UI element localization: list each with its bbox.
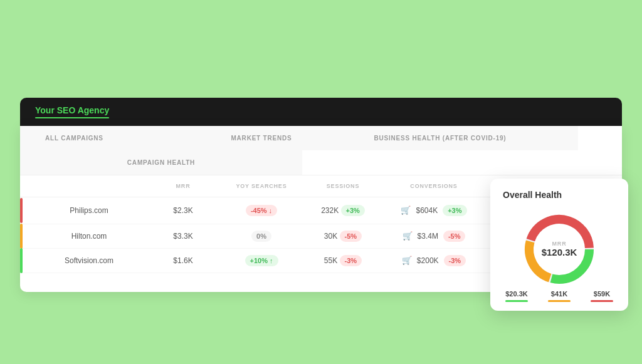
row-yoy: +10% ↑: [221, 255, 302, 266]
col-header-market-trends: MARKET TRENDS: [221, 126, 302, 150]
row-mrr: $1.6K: [145, 256, 221, 265]
brand-label: Your SEO Agency: [35, 105, 109, 118]
health-card: Overall Health MRR $120.3K $20.3K $41K $…: [490, 179, 628, 311]
row-conversions: 🛒$604K+3%: [384, 205, 484, 216]
row-mrr: $3.3K: [145, 232, 221, 241]
health-card-title: Overall Health: [503, 190, 616, 200]
row-name: Hilton.com: [20, 232, 145, 241]
donut-center: MRR $120.3K: [542, 241, 577, 257]
row-mrr: $2.3K: [145, 206, 221, 215]
row-name: Philips.com: [20, 206, 145, 215]
row-name: Softvision.com: [20, 256, 145, 265]
legend-bar: [548, 300, 571, 302]
row-conversions: 🛒$200K-3%: [384, 255, 484, 266]
legend-value: $41K: [551, 290, 567, 298]
subhdr-sessions: SESSIONS: [302, 180, 384, 192]
legend-item: $41K: [548, 290, 571, 302]
legend-bar: [505, 300, 528, 302]
donut-value: $120.3K: [542, 247, 577, 257]
group-headers: ALL CAMPAIGNS MARKET TRENDS BUSINESS HEA…: [20, 126, 622, 175]
row-yoy: 0%: [221, 231, 302, 242]
health-legend: $20.3K $41K $59K: [503, 290, 616, 302]
legend-value: $59K: [594, 290, 610, 298]
subhdr-mrr: MRR: [145, 180, 221, 192]
subhdr-yoy: YOY SEARCHES: [221, 180, 302, 192]
col-header-campaign-health: CAMPAIGN HEALTH: [20, 150, 302, 175]
top-nav: Your SEO Agency: [20, 98, 622, 126]
col-header-all-campaigns: ALL CAMPAIGNS: [20, 126, 221, 150]
donut-wrapper: MRR $120.3K: [503, 209, 616, 290]
donut-mrr-label: MRR: [552, 241, 567, 247]
row-conversions: 🛒$3.4M-5%: [384, 231, 484, 242]
subhdr-conversions: CONVERSIONS: [384, 180, 484, 192]
page-wrapper: Your SEO Agency ALL CAMPAIGNS MARKET TRE…: [13, 13, 629, 364]
legend-value: $20.3K: [505, 290, 527, 298]
main-card: ALL CAMPAIGNS MARKET TRENDS BUSINESS HEA…: [20, 126, 622, 292]
legend-item: $20.3K: [505, 290, 528, 302]
legend-item: $59K: [591, 290, 613, 302]
row-sessions: 55K -3%: [302, 255, 384, 266]
col-header-business-health: BUSINESS HEALTH (AFTER COVID-19): [302, 126, 578, 150]
row-sessions: 232K +3%: [302, 205, 384, 216]
subhdr-name: [20, 180, 145, 192]
legend-bar: [591, 300, 613, 302]
row-yoy: -45% ↓: [221, 205, 302, 216]
row-sessions: 30K -5%: [302, 231, 384, 242]
